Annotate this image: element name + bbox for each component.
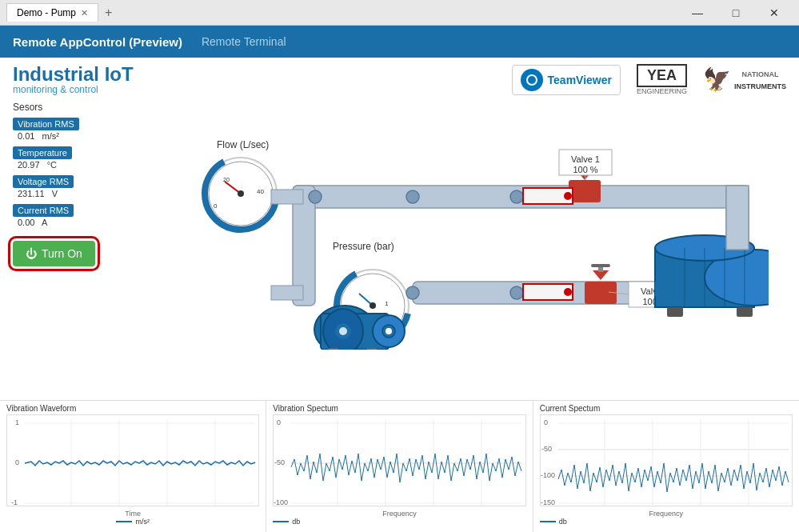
sensors-title: Sesors [13,102,137,113]
svg-text:0: 0 [15,458,19,466]
sensors-panel: Sesors Vibration RMS 0.01 m/s² Temperatu… [13,102,137,394]
vibration-waveform-svg: 1 0 -1 [6,414,259,506]
svg-rect-50 [591,264,610,267]
maximize-button[interactable]: □ [717,2,754,24]
current-spectrum-title: Current Spectum [540,404,793,413]
window-controls: — □ ✕ [679,2,793,24]
svg-rect-47 [585,282,617,304]
power-icon: ⏻ [26,247,37,260]
yea-sub: ENGINEERING [637,87,687,95]
temperature-value: 20.97 °C [13,159,137,170]
browser-tab[interactable]: Demo - Pump ✕ [6,3,98,22]
current-spectrum-x-label: Frequency [540,510,793,518]
svg-point-26 [386,328,392,334]
voltage-rms-value: 231.11 V [13,188,137,199]
vibration-spectrum-svg: 0 -50 -100 [273,414,525,506]
svg-text:Valve 1: Valve 1 [571,154,600,164]
flow-label: Flow (L/sec) [217,139,269,150]
current-spectrum-chart: Current Spectum 0 -50 -100 -150 [533,401,799,532]
app-logo: Industrial IoT monitoring & control [13,65,134,95]
vibration-rms-value: 0.01 m/s² [13,130,137,142]
branding-row: Industrial IoT monitoring & control Team… [13,64,786,95]
svg-point-46 [564,192,572,200]
svg-rect-68 [726,186,749,250]
svg-text:0: 0 [214,202,218,210]
brand-logos: TeamViewer YEA ENGINEERING 🦅 NATIONAL IN… [512,64,786,95]
valve2 [585,264,617,304]
current-spectrum-svg: 0 -50 -100 -150 [540,414,793,506]
svg-point-33 [406,190,419,203]
svg-text:1: 1 [15,418,19,426]
svg-text:1: 1 [385,300,389,307]
tab-label: Demo - Pump [17,7,76,18]
teamviewer-text: TeamViewer [548,74,612,86]
vibration-spectrum-chart: Vibration Spectum 0 -50 -100 Frequency [266,401,533,532]
svg-point-32 [309,190,322,203]
svg-text:-100: -100 [541,471,555,479]
ni-logo: 🦅 NATIONAL INSTRUMENTS [703,66,786,93]
vibration-rms-sensor: Vibration RMS 0.01 m/s² [13,116,137,142]
vibration-spectrum-x-label: Frequency [273,510,525,518]
svg-text:20: 20 [223,177,230,182]
current-rms-label: Current RMS [13,204,74,217]
current-rms-value: 0.00 A [13,217,137,228]
app-header: Remote AppControl (Preview) Remote Termi… [0,26,799,58]
main-content: Industrial IoT monitoring & control Team… [0,58,799,532]
vibration-rms-label: Vibration RMS [13,118,79,130]
svg-point-36 [510,286,523,299]
turn-on-label: Turn On [42,247,82,260]
svg-text:0: 0 [277,418,281,426]
svg-rect-66 [737,307,753,317]
svg-point-6 [238,190,244,197]
vibration-waveform-x-label: Time [116,510,150,518]
new-tab-button[interactable]: + [98,2,118,23]
svg-point-35 [406,286,419,299]
app-logo-title: Industrial IoT [13,65,134,84]
svg-rect-65 [667,307,683,317]
teamviewer-icon [521,69,543,91]
svg-text:-150: -150 [541,498,555,506]
ni-eagle-icon: 🦅 [703,66,731,93]
svg-rect-30 [329,348,338,350]
title-bar: Demo - Pump ✕ + — □ ✕ [0,0,799,26]
main-area: Sesors Vibration RMS 0.01 m/s² Temperatu… [13,102,786,394]
remote-terminal-link[interactable]: Remote Terminal [202,35,286,48]
svg-rect-67 [655,282,677,296]
voltage-rms-label: Voltage RMS [13,175,74,188]
vibration-waveform-chart: Vibration Waveform 1 0 -1 [0,401,266,532]
svg-text:100 %: 100 % [573,165,597,174]
svg-rect-21 [271,286,303,300]
svg-text:40: 40 [257,188,264,195]
ni-text: NATIONAL INSTRUMENTS [734,68,786,91]
turn-on-button[interactable]: ⏻ Turn On [13,241,95,266]
tab-close-button[interactable]: ✕ [81,8,88,18]
close-button[interactable]: ✕ [756,2,793,24]
svg-text:Pressure (bar): Pressure (bar) [333,241,394,252]
voltage-rms-sensor: Voltage RMS 231.11 V [13,174,137,199]
svg-text:0: 0 [544,418,548,426]
charts-section: Vibration Waveform 1 0 -1 [0,400,799,532]
temperature-sensor: Temperature 20.97 °C [13,145,137,170]
svg-text:-50: -50 [274,458,285,466]
yea-logo: YEA ENGINEERING [637,64,687,95]
vibration-spectrum-title: Vibration Spectum [273,404,525,413]
svg-rect-20 [271,190,303,204]
svg-point-29 [339,327,347,335]
top-section: Industrial IoT monitoring & control Team… [0,58,799,400]
svg-text:-100: -100 [274,498,288,506]
svg-text:-50: -50 [541,445,552,453]
pipe-diagram: Flow (L/sec) 0 40 20 Pressure (bar) [137,102,786,342]
svg-point-14 [370,302,376,309]
current-rms-sensor: Current RMS 0.00 A [13,202,137,228]
minimize-button[interactable]: — [679,2,716,24]
svg-text:-1: -1 [11,498,18,506]
current-spectrum-legend: db [540,518,793,526]
app-logo-subtitle: monitoring & control [13,84,134,95]
teamviewer-logo: TeamViewer [512,65,621,95]
app-header-title: Remote AppControl (Preview) [13,35,182,49]
yea-text: YEA [637,64,687,87]
svg-point-56 [564,288,572,296]
temperature-label: Temperature [13,146,72,159]
diagram-svg: Flow (L/sec) 0 40 20 Pressure (bar) [137,102,769,350]
svg-rect-31 [367,348,377,350]
